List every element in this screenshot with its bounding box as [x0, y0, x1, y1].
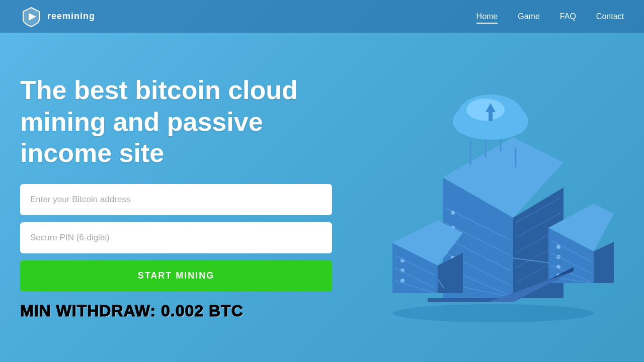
nav-item-home[interactable]: Home [476, 12, 498, 21]
server-illustration [362, 67, 614, 328]
min-withdraw-label: MIN WITHDRAW: 0.002 BTC [20, 302, 352, 320]
navbar: reemining Home Game FAQ Contact [0, 0, 644, 33]
logo-icon [20, 6, 42, 28]
svg-point-38 [400, 279, 405, 283]
nav-item-game[interactable]: Game [518, 12, 540, 21]
nav-item-contact[interactable]: Contact [596, 12, 624, 21]
hero-section: The best bitcoin cloud mining and passiv… [0, 33, 644, 362]
svg-point-11 [451, 211, 455, 215]
bitcoin-address-input[interactable] [20, 184, 332, 215]
hero-right [352, 33, 624, 362]
pin-input[interactable] [20, 222, 332, 253]
logo: reemining [20, 6, 95, 28]
svg-marker-43 [594, 242, 614, 283]
svg-point-45 [556, 245, 560, 249]
start-mining-button[interactable]: START MINING [20, 260, 332, 292]
logo-text: reemining [47, 11, 95, 22]
nav-item-faq[interactable]: FAQ [560, 12, 576, 21]
nav-links: Home Game FAQ Contact [476, 12, 624, 21]
hero-title: The best bitcoin cloud mining and passiv… [20, 74, 352, 168]
svg-point-31 [466, 99, 505, 121]
svg-point-1 [392, 304, 594, 322]
hero-left: The best bitcoin cloud mining and passiv… [20, 74, 352, 320]
